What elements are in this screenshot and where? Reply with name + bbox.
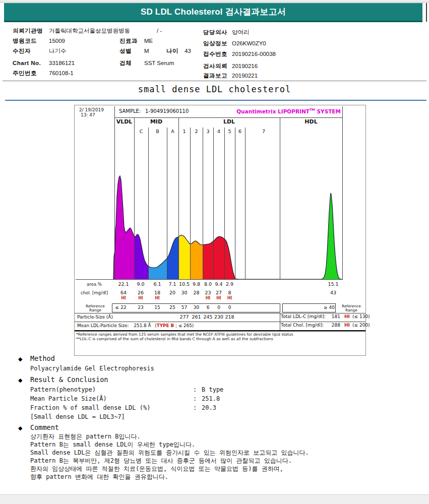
subband-4: 4	[214, 129, 224, 134]
method-heading: Method	[30, 354, 55, 362]
ref-range-label-right: Reference Range	[338, 304, 364, 312]
lipoprint-chart: 2/ 19/2019 13: 47 SAMPLE: 1-904919060110…	[74, 105, 366, 356]
band-fill-ldl-3	[203, 241, 213, 280]
sex-label: 성별	[119, 47, 132, 55]
lipoprint-brand: Quantimetrix LIPOPRINTTM SYSTEM	[235, 108, 341, 114]
band-fill-vldl	[113, 176, 134, 279]
comment-line: Small dense LDL은 심혈관 질환의 위험도를 증가시킬 수 있는 …	[30, 449, 309, 457]
patient-label: 수진자	[13, 47, 31, 55]
report-title-bar: SD LDL Cholesterol 검사결과보고서	[4, 3, 422, 22]
result-row-label: Pattern(phenotype)	[30, 386, 96, 393]
brand-name: Quantimetrix LIPOPRINT	[236, 108, 310, 114]
band-fill-ldl-2	[190, 241, 203, 279]
ref-label-line2: Range	[89, 308, 101, 312]
diamond-icon: ◆	[18, 425, 22, 431]
result-row-value: 251.8	[202, 395, 220, 402]
receipt-value: 20190216-00038	[232, 50, 276, 58]
hi-cell: HI	[132, 296, 150, 300]
ref-cell: ≤	[113, 305, 120, 310]
patient-value: 나기수	[49, 47, 67, 55]
result-row-colon: :	[193, 395, 197, 402]
comment-heading: Comment	[30, 423, 59, 431]
hi-cell: HI	[148, 296, 166, 300]
result-note: [Small dense LDL = LDL3~7]	[30, 413, 125, 420]
result-row-label: Fraction % of small dense LDL (%)	[30, 404, 150, 411]
specimen-label: 검체	[119, 59, 132, 67]
mean-particle-size-row: Mean LDL-Particle Size: 251.8 Å (TYPE B …	[77, 323, 194, 328]
sample-id: 1-904919060110	[145, 108, 189, 114]
subband-3: 3	[203, 129, 213, 134]
subband-6: 6	[235, 129, 245, 134]
subband-c: C	[136, 129, 146, 134]
receipt-label: 접수번호	[203, 50, 227, 58]
age-label: 나이	[166, 47, 178, 55]
sex-value: M	[144, 47, 149, 55]
comment-line: Pattern B는 small dense LDL이 우세한 type입니다.	[30, 440, 195, 449]
specimen-value: SST Serum	[144, 59, 174, 67]
diamond-icon: ◆	[18, 377, 22, 384]
subband-2: 2	[192, 129, 202, 134]
particle-cell: 218	[221, 314, 239, 320]
chart-section-title: small dense LDL cholesterol	[0, 84, 429, 94]
area-cell: 22.1	[114, 281, 133, 287]
comment-line: 환자의 임상상태에 따른 적절한 치료(운동요법, 식이요법 또는 약물요법 등…	[30, 465, 283, 473]
total-chol-label: Total Chol. [mg/dl]:	[281, 323, 324, 328]
hi-cell: HI	[221, 296, 239, 300]
run-date: 2/ 19/2019	[79, 107, 104, 112]
total-chol-flag: HI	[344, 323, 350, 328]
divider-line	[3, 81, 426, 81]
ref-cell: 23	[132, 305, 150, 310]
area-cell: 2.9	[221, 281, 239, 287]
mean-label: Mean LDL-Particle Size:	[77, 323, 129, 328]
total-chol-value: 288	[326, 323, 340, 328]
result-row-colon: :	[193, 386, 197, 393]
doctor-label: 담당의사	[203, 28, 227, 36]
sample-label: SAMPLE:	[119, 108, 141, 114]
chol-row-label: chol. [mg/dl]	[81, 290, 108, 295]
chol-cell: 26	[132, 290, 150, 295]
report-date-label: 결과보고	[203, 72, 227, 80]
chart-no-label: Chart No.	[13, 59, 41, 67]
ref-cell: 0	[221, 305, 239, 310]
area-row-label: area.%	[87, 282, 102, 287]
footnote-1: *Reference ranges derived from 125 serum…	[76, 332, 293, 337]
footnote-2: **LDL-C is comprised of the sum of chole…	[76, 337, 273, 341]
total-ldl-ref: (≤ 130)	[352, 314, 370, 319]
particle-size-label: Particle-Size (Å)	[77, 314, 113, 320]
subband-1: 1	[179, 129, 190, 134]
brand-tm: TM	[310, 108, 315, 112]
result-row-value: 20.3	[202, 404, 216, 411]
request-value: 20190216	[232, 62, 258, 70]
subband-5: 5	[225, 129, 235, 134]
mean-type: TYPE B	[157, 323, 174, 328]
group-ldl: LDL	[178, 118, 280, 125]
doctor-value: 양여리	[232, 28, 250, 36]
group-vldl: VLDL	[114, 118, 134, 125]
total-ldl-flag: HI	[344, 314, 350, 319]
band-fill-mid-a	[167, 237, 178, 279]
diamond-icon: ◆	[18, 356, 22, 362]
subband-7: 7	[259, 129, 269, 134]
dept-label: 진료과	[119, 37, 138, 45]
blue-divider-line	[5, 100, 426, 101]
chol-cell: 8	[221, 290, 239, 295]
top-strip	[0, 0, 429, 3]
report-date-value: 20190221	[232, 72, 258, 80]
subband-a: A	[168, 129, 178, 134]
comment-line: 상기환자 표현형은 pattern B입니다.	[30, 432, 141, 441]
report-title: SD LDL Cholesterol 검사결과보고서	[141, 3, 286, 21]
chol-cell: 43	[324, 290, 342, 295]
group-hdl: HDL	[280, 118, 342, 125]
run-time: 13: 47	[81, 112, 95, 117]
resident-id-value: 760108-1	[49, 69, 74, 77]
ref-range-label-left: Reference Range	[83, 304, 108, 312]
thick-rule	[75, 330, 365, 332]
chol-cell: 64	[114, 290, 133, 295]
comment-line: 향후 pattern 변화에 대한 확인을 권유합니다.	[30, 473, 168, 481]
ref-cell: ≥ 40	[318, 305, 340, 310]
subband-b: B	[153, 129, 163, 134]
resident-id-label: 주민번호	[13, 69, 37, 77]
request-label: 검사의뢰	[203, 62, 227, 70]
area-cell: 9.0	[132, 281, 150, 287]
result-heading: Result & Conclusion	[30, 375, 108, 384]
